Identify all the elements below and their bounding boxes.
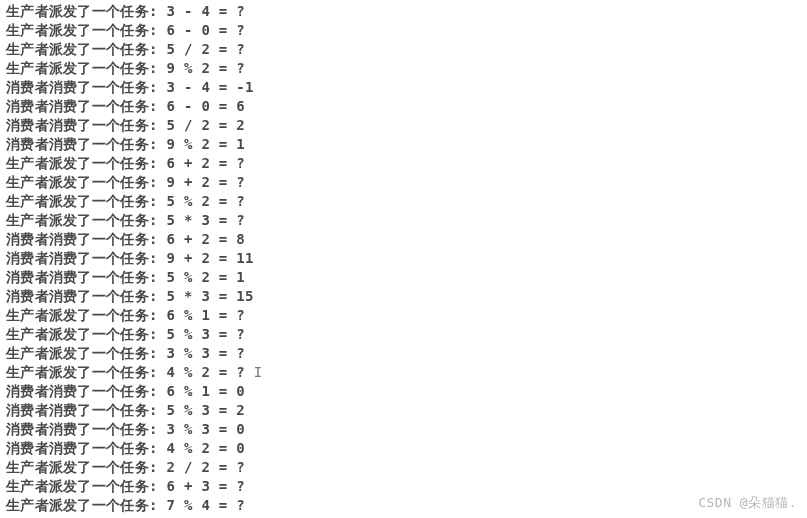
console-line: 生产者派发了一个任务: 2 / 2 = ?: [6, 458, 801, 477]
producer-label: 生产者派发了一个任务:: [6, 174, 166, 190]
console-line: 生产者派发了一个任务: 6 + 2 = ?: [6, 154, 801, 173]
consumer-label: 消费者消费了一个任务:: [6, 288, 166, 304]
console-line: 消费者消费了一个任务: 5 / 2 = 2: [6, 116, 801, 135]
console-line: 生产者派发了一个任务: 5 % 3 = ?: [6, 325, 801, 344]
consumer-label: 消费者消费了一个任务:: [6, 269, 166, 285]
console-line: 生产者派发了一个任务: 7 % 4 = ?: [6, 496, 801, 515]
console-line: 生产者派发了一个任务: 6 + 3 = ?: [6, 477, 801, 496]
producer-label: 生产者派发了一个任务:: [6, 345, 166, 361]
console-line: 消费者消费了一个任务: 5 % 3 = 2: [6, 401, 801, 420]
expression-text: 6 + 2 = ?: [166, 155, 245, 171]
expression-text: 6 - 0 = 6: [166, 98, 245, 114]
expression-text: 5 % 2 = 1: [166, 269, 245, 285]
console-line: 生产者派发了一个任务: 5 % 2 = ?: [6, 192, 801, 211]
producer-label: 生产者派发了一个任务:: [6, 60, 166, 76]
producer-label: 生产者派发了一个任务:: [6, 364, 166, 380]
expression-text: 4 % 2 = ?: [166, 364, 245, 380]
console-line: 消费者消费了一个任务: 6 + 2 = 8: [6, 230, 801, 249]
expression-text: 9 + 2 = ?: [166, 174, 245, 190]
consumer-label: 消费者消费了一个任务:: [6, 440, 166, 456]
expression-text: 9 % 2 = 1: [166, 136, 245, 152]
watermark-text: CSDN @朵猫猫.: [698, 494, 797, 512]
expression-text: 2 / 2 = ?: [166, 459, 245, 475]
expression-text: 6 + 3 = ?: [166, 478, 245, 494]
consumer-label: 消费者消费了一个任务:: [6, 231, 166, 247]
expression-text: 5 % 3 = ?: [166, 326, 245, 342]
console-line: 生产者派发了一个任务: 9 + 2 = ?: [6, 173, 801, 192]
producer-label: 生产者派发了一个任务:: [6, 41, 166, 57]
consumer-label: 消费者消费了一个任务:: [6, 98, 166, 114]
console-output: 生产者派发了一个任务: 3 - 4 = ?生产者派发了一个任务: 6 - 0 =…: [6, 2, 801, 515]
consumer-label: 消费者消费了一个任务:: [6, 250, 166, 266]
console-line: 生产者派发了一个任务: 5 * 3 = ?: [6, 211, 801, 230]
console-line: 消费者消费了一个任务: 4 % 2 = 0: [6, 439, 801, 458]
console-line: 生产者派发了一个任务: 5 / 2 = ?: [6, 40, 801, 59]
expression-text: 3 - 4 = -1: [166, 79, 253, 95]
expression-text: 4 % 2 = 0: [166, 440, 245, 456]
producer-label: 生产者派发了一个任务:: [6, 155, 166, 171]
console-line: 生产者派发了一个任务: 9 % 2 = ?: [6, 59, 801, 78]
console-line: 生产者派发了一个任务: 3 % 3 = ?: [6, 344, 801, 363]
console-line: 消费者消费了一个任务: 6 % 1 = 0: [6, 382, 801, 401]
producer-label: 生产者派发了一个任务:: [6, 3, 166, 19]
expression-text: 5 % 2 = ?: [166, 193, 245, 209]
text-cursor-icon: I: [245, 364, 262, 380]
expression-text: 6 - 0 = ?: [166, 22, 245, 38]
producer-label: 生产者派发了一个任务:: [6, 459, 166, 475]
console-line: 消费者消费了一个任务: 3 - 4 = -1: [6, 78, 801, 97]
consumer-label: 消费者消费了一个任务:: [6, 117, 166, 133]
producer-label: 生产者派发了一个任务:: [6, 326, 166, 342]
expression-text: 5 % 3 = 2: [166, 402, 245, 418]
expression-text: 9 + 2 = 11: [166, 250, 253, 266]
console-line: 生产者派发了一个任务: 4 % 2 = ? I: [6, 363, 801, 382]
producer-label: 生产者派发了一个任务:: [6, 193, 166, 209]
expression-text: 6 % 1 = 0: [166, 383, 245, 399]
producer-label: 生产者派发了一个任务:: [6, 212, 166, 228]
expression-text: 5 / 2 = 2: [166, 117, 245, 133]
expression-text: 3 - 4 = ?: [166, 3, 245, 19]
console-line: 消费者消费了一个任务: 9 + 2 = 11: [6, 249, 801, 268]
console-line: 生产者派发了一个任务: 6 - 0 = ?: [6, 21, 801, 40]
console-line: 生产者派发了一个任务: 6 % 1 = ?: [6, 306, 801, 325]
console-line: 生产者派发了一个任务: 3 - 4 = ?: [6, 2, 801, 21]
producer-label: 生产者派发了一个任务:: [6, 22, 166, 38]
expression-text: 3 % 3 = 0: [166, 421, 245, 437]
expression-text: 5 * 3 = ?: [166, 212, 245, 228]
expression-text: 6 + 2 = 8: [166, 231, 245, 247]
producer-label: 生产者派发了一个任务:: [6, 497, 166, 513]
console-line: 消费者消费了一个任务: 5 * 3 = 15: [6, 287, 801, 306]
producer-label: 生产者派发了一个任务:: [6, 478, 166, 494]
console-line: 消费者消费了一个任务: 3 % 3 = 0: [6, 420, 801, 439]
expression-text: 9 % 2 = ?: [166, 60, 245, 76]
console-line: 消费者消费了一个任务: 6 - 0 = 6: [6, 97, 801, 116]
expression-text: 7 % 4 = ?: [166, 497, 245, 513]
consumer-label: 消费者消费了一个任务:: [6, 136, 166, 152]
expression-text: 5 / 2 = ?: [166, 41, 245, 57]
console-line: 消费者消费了一个任务: 5 % 2 = 1: [6, 268, 801, 287]
consumer-label: 消费者消费了一个任务:: [6, 421, 166, 437]
consumer-label: 消费者消费了一个任务:: [6, 383, 166, 399]
consumer-label: 消费者消费了一个任务:: [6, 402, 166, 418]
expression-text: 5 * 3 = 15: [166, 288, 253, 304]
producer-label: 生产者派发了一个任务:: [6, 307, 166, 323]
expression-text: 6 % 1 = ?: [166, 307, 245, 323]
consumer-label: 消费者消费了一个任务:: [6, 79, 166, 95]
expression-text: 3 % 3 = ?: [166, 345, 245, 361]
console-line: 消费者消费了一个任务: 9 % 2 = 1: [6, 135, 801, 154]
